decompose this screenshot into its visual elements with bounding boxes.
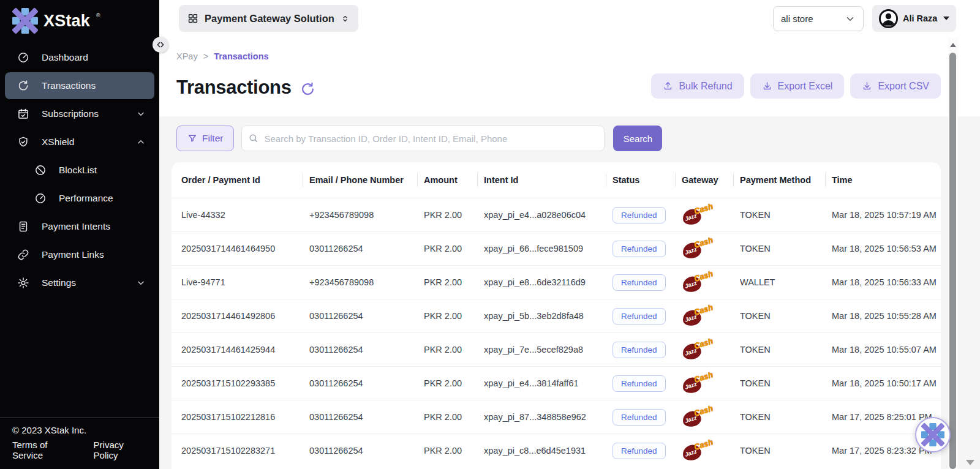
email-phone-cell: 03011266254 xyxy=(309,345,424,355)
jazzcash-logo: JazzCash xyxy=(680,436,715,463)
up-down-chevrons-icon xyxy=(341,14,350,23)
chevron-up-icon xyxy=(136,137,146,147)
table-row[interactable]: Live-44332+923456789098PKR 2.00xpay_pi_e… xyxy=(172,198,941,231)
sidebar-item-settings[interactable]: Settings xyxy=(5,269,154,296)
filter-button[interactable]: Filter xyxy=(176,126,234,151)
grid-icon xyxy=(187,13,198,24)
intent-id-cell: xpay_pi_87...348858e962 xyxy=(484,412,612,422)
terms-of-service-link[interactable]: Terms of Service xyxy=(12,440,77,460)
export-csv-label: Export CSV xyxy=(878,81,929,92)
status-cell: Refunded xyxy=(612,375,682,392)
store-select-value: ali store xyxy=(781,13,813,24)
sidebar-item-dashboard[interactable]: Dashboard xyxy=(5,44,154,71)
amount-cell: PKR 2.00 xyxy=(424,378,484,388)
sidebar-item-label: Transactions xyxy=(42,80,96,91)
payment-method-cell: TOKEN xyxy=(740,412,832,422)
chat-widget-button[interactable] xyxy=(915,417,951,452)
jazzcash-cash-text: Cash xyxy=(693,403,714,418)
sidebar-item-payment-intents[interactable]: Payment Intents xyxy=(5,213,154,240)
trademark-mark: ® xyxy=(96,12,100,18)
privacy-policy-link[interactable]: Privacy Policy xyxy=(94,440,147,460)
table-row[interactable]: 202503171446146495003011266254PKR 2.00xp… xyxy=(172,231,941,265)
bulk-refund-label: Bulk Refund xyxy=(679,81,732,92)
download-icon xyxy=(862,81,872,91)
table-row[interactable]: 202503171510229338503011266254PKR 2.00xp… xyxy=(172,366,941,400)
status-badge: Refunded xyxy=(612,375,666,392)
sidebar-collapse-button[interactable] xyxy=(153,37,168,53)
sidebar-item-label: Subscriptions xyxy=(42,108,99,119)
order-payment-id-cell: Live-94771 xyxy=(181,277,309,287)
status-cell: Refunded xyxy=(612,274,682,291)
scroll-up-arrow-icon[interactable] xyxy=(950,43,956,47)
export-excel-label: Export Excel xyxy=(778,81,833,92)
sidebar-item-xshield[interactable]: XShield xyxy=(5,129,154,156)
table-row[interactable]: 202503171446149280603011266254PKR 2.00xp… xyxy=(172,299,941,332)
order-payment-id-cell: 2025031714461492806 xyxy=(181,311,309,321)
jazzcash-cash-text: Cash xyxy=(693,336,714,350)
email-phone-cell: +923456789098 xyxy=(309,277,424,287)
intent-id-cell: xpay_pi_5b...3eb2d8fa48 xyxy=(484,311,612,321)
refresh-icon xyxy=(300,81,315,97)
export-excel-button[interactable]: Export Excel xyxy=(750,73,845,99)
gear-icon xyxy=(17,277,29,289)
sidebar-item-blocklist[interactable]: BlockList xyxy=(5,157,154,184)
amount-cell: PKR 2.00 xyxy=(424,244,484,253)
scroll-down-arrow-icon[interactable] xyxy=(966,460,974,465)
gateway-cell: JazzCash xyxy=(682,405,740,429)
table-row[interactable]: 202503171510228327103011266254PKR 2.00xp… xyxy=(172,433,941,467)
upload-icon xyxy=(663,81,673,91)
bulk-refund-button[interactable]: Bulk Refund xyxy=(651,73,744,99)
xstak-logo-icon xyxy=(921,423,944,446)
sidebar-item-transactions[interactable]: Transactions xyxy=(5,72,154,99)
breadcrumb-parent[interactable]: XPay xyxy=(176,51,198,61)
amount-cell: PKR 2.00 xyxy=(424,412,484,422)
email-phone-cell: 03011266254 xyxy=(309,446,424,456)
search-button[interactable]: Search xyxy=(613,126,662,151)
amount-cell: PKR 2.00 xyxy=(424,210,484,220)
brand-name: XStak xyxy=(43,12,90,31)
intent-id-cell: xpay_pi_e4...a028e06c04 xyxy=(484,210,612,220)
sidebar-item-performance[interactable]: Performance xyxy=(5,185,154,212)
export-csv-button[interactable]: Export CSV xyxy=(850,73,941,99)
table-row[interactable]: 202503171446142594403011266254PKR 2.00xp… xyxy=(172,332,941,366)
sidebar-item-payment-links[interactable]: Payment Links xyxy=(5,241,154,268)
jazzcash-logo: JazzCash xyxy=(680,369,715,396)
gauge-icon xyxy=(17,51,29,64)
sidebar-item-label: BlockList xyxy=(59,165,97,176)
vertical-scrollbar[interactable] xyxy=(948,38,958,469)
sidebar-item-subscriptions[interactable]: Subscriptions xyxy=(5,100,154,127)
scrollbar-thumb[interactable] xyxy=(949,53,956,469)
refresh-button[interactable] xyxy=(300,81,315,97)
product-switcher-button[interactable]: Payment Gateway Solution xyxy=(179,5,358,32)
block-icon xyxy=(34,164,47,176)
order-payment-id-cell: 2025031715102212816 xyxy=(181,412,309,422)
sidebar-footer: © 2023 XStak Inc. Terms of Service Priva… xyxy=(0,418,159,469)
user-menu[interactable]: Ali Raza xyxy=(872,5,956,32)
intent-id-cell: xpay_pi_c8...e6d45e1931 xyxy=(484,446,612,456)
breadcrumb-current[interactable]: Transactions xyxy=(214,51,268,61)
column-header: Amount xyxy=(424,175,484,185)
order-payment-id-cell: 2025031714461425944 xyxy=(181,345,309,355)
table-row[interactable]: Live-94771+923456789098PKR 2.00xpay_pi_e… xyxy=(172,265,941,299)
intent-id-cell: xpay_pi_e8...6de32116d9 xyxy=(484,277,612,287)
status-cell: Refunded xyxy=(612,241,682,257)
caret-down-icon xyxy=(943,17,949,20)
column-header: Email / Phone Number xyxy=(309,175,424,185)
payment-method-cell: TOKEN xyxy=(740,345,832,355)
column-header: Status xyxy=(612,175,682,185)
email-phone-cell: 03011266254 xyxy=(309,412,424,422)
search-input[interactable] xyxy=(241,126,605,151)
intent-id-cell: xpay_pi_e4...3814faff61 xyxy=(484,378,612,388)
table-row[interactable]: 202503171510221281603011266254PKR 2.00xp… xyxy=(172,400,941,433)
status-cell: Refunded xyxy=(612,207,682,223)
jazzcash-cash-text: Cash xyxy=(693,269,714,283)
logo[interactable]: XStak ® xyxy=(0,0,159,39)
payment-method-cell: TOKEN xyxy=(740,210,832,220)
chevron-down-icon xyxy=(136,109,146,119)
column-header: Intent Id xyxy=(484,175,612,185)
store-select[interactable]: ali store xyxy=(773,6,864,31)
gateway-cell: JazzCash xyxy=(682,203,740,227)
status-badge: Refunded xyxy=(612,241,666,257)
sidebar-item-label: Payment Intents xyxy=(42,221,110,232)
user-name: Ali Raza xyxy=(903,13,937,23)
